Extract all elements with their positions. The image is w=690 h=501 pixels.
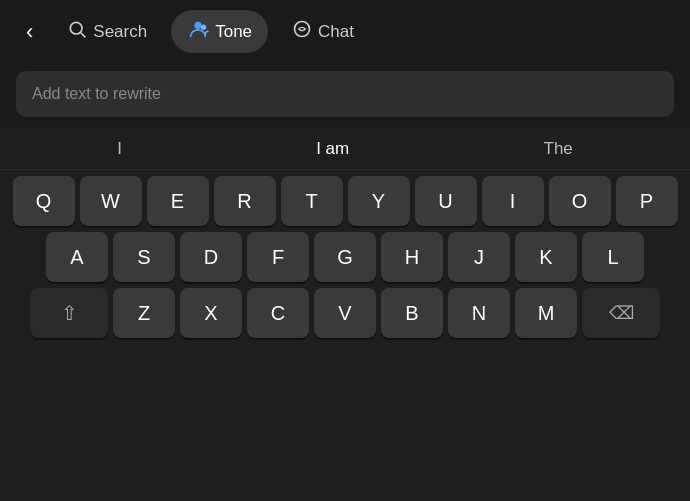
keyboard-row-1: Q W E R T Y U I O P [4, 176, 686, 226]
key-e[interactable]: E [147, 176, 209, 226]
key-q[interactable]: Q [13, 176, 75, 226]
key-b[interactable]: B [381, 288, 443, 338]
tone-tab[interactable]: Tone [171, 10, 268, 53]
suggestion-center[interactable]: I am [316, 139, 349, 159]
svg-point-3 [201, 24, 207, 30]
backspace-icon: ⌫ [609, 302, 634, 324]
suggestion-right[interactable]: The [544, 139, 573, 159]
key-y[interactable]: Y [348, 176, 410, 226]
key-a[interactable]: A [46, 232, 108, 282]
suggestions-bar: I I am The [0, 129, 690, 170]
svg-point-0 [71, 22, 83, 34]
key-n[interactable]: N [448, 288, 510, 338]
key-i[interactable]: I [482, 176, 544, 226]
back-button[interactable]: ‹ [16, 13, 43, 51]
tone-label: Tone [215, 22, 252, 42]
key-g[interactable]: G [314, 232, 376, 282]
key-t[interactable]: T [281, 176, 343, 226]
key-h[interactable]: H [381, 232, 443, 282]
key-f[interactable]: F [247, 232, 309, 282]
shift-key[interactable]: ⇧ [30, 288, 108, 338]
key-x[interactable]: X [180, 288, 242, 338]
keyboard: Q W E R T Y U I O P A S D F G H J K L ⇧ … [0, 170, 690, 501]
search-icon [67, 19, 87, 44]
chat-tab[interactable]: Chat [276, 11, 370, 52]
key-k[interactable]: K [515, 232, 577, 282]
keyboard-row-2: A S D F G H J K L [4, 232, 686, 282]
rewrite-input[interactable] [16, 71, 674, 117]
key-r[interactable]: R [214, 176, 276, 226]
svg-line-1 [81, 33, 86, 38]
top-nav: ‹ Search Tone Chat [0, 0, 690, 63]
chat-icon [292, 19, 312, 44]
suggestion-left[interactable]: I [117, 139, 122, 159]
key-z[interactable]: Z [113, 288, 175, 338]
chat-label: Chat [318, 22, 354, 42]
search-tab[interactable]: Search [51, 11, 163, 52]
key-w[interactable]: W [80, 176, 142, 226]
key-m[interactable]: M [515, 288, 577, 338]
svg-point-2 [195, 22, 202, 29]
input-area [0, 63, 690, 129]
key-o[interactable]: O [549, 176, 611, 226]
tone-icon [187, 18, 209, 45]
search-label: Search [93, 22, 147, 42]
key-j[interactable]: J [448, 232, 510, 282]
backspace-key[interactable]: ⌫ [582, 288, 660, 338]
key-d[interactable]: D [180, 232, 242, 282]
shift-icon: ⇧ [61, 301, 78, 325]
key-v[interactable]: V [314, 288, 376, 338]
key-s[interactable]: S [113, 232, 175, 282]
keyboard-row-3: ⇧ Z X C V B N M ⌫ [4, 288, 686, 338]
svg-point-4 [295, 22, 310, 37]
key-u[interactable]: U [415, 176, 477, 226]
key-l[interactable]: L [582, 232, 644, 282]
key-p[interactable]: P [616, 176, 678, 226]
key-c[interactable]: C [247, 288, 309, 338]
